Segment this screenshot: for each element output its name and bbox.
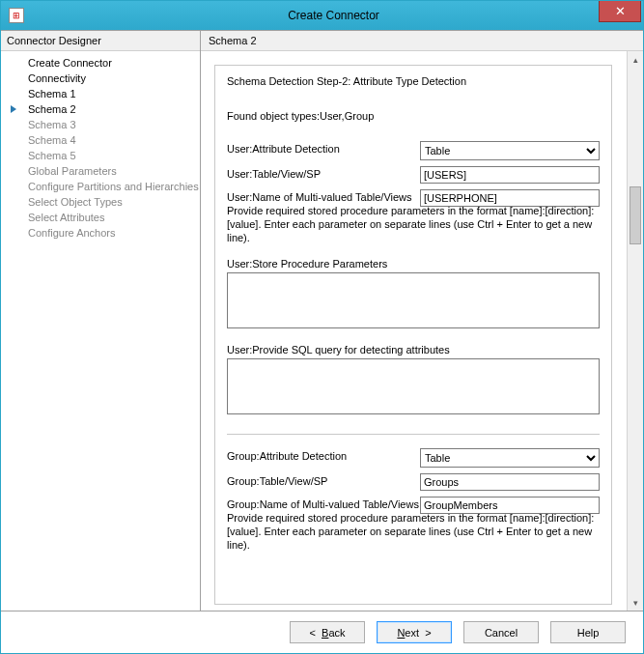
nav-item-select-attributes[interactable]: Select Attributes — [1, 210, 200, 225]
user-sp-params-label: User:Store Procedure Parameters — [227, 258, 600, 270]
nav-item-global-parameters[interactable]: Global Parameters — [1, 163, 200, 179]
user-sql-textarea[interactable] — [227, 358, 600, 414]
separator — [227, 434, 600, 435]
app-icon: ⊞ — [9, 8, 24, 23]
user-attr-detection-select[interactable]: Table — [420, 141, 600, 160]
content: Schema Detection Step-2: Attribute Type … — [201, 51, 626, 611]
user-mv-label: User:Name of Multi-valued Table/Views — [227, 189, 420, 203]
main-panel: Schema 2 Schema Detection Step-2: Attrib… — [201, 31, 643, 611]
group-tvs-label: Group:Table/View/SP — [227, 473, 420, 487]
help-button[interactable]: Help — [550, 621, 626, 643]
nav-item-schema-2[interactable]: Schema 2 — [1, 101, 200, 117]
nav-item-configure-partitions[interactable]: Configure Partitions and Hierarchies — [1, 179, 200, 194]
main-header: Schema 2 — [201, 31, 643, 51]
cancel-button[interactable]: Cancel — [463, 621, 539, 643]
close-button[interactable]: ✕ — [599, 1, 641, 22]
back-button[interactable]: < Back — [290, 621, 365, 643]
nav-item-schema-3[interactable]: Schema 3 — [1, 117, 200, 132]
nav-item-create-connector[interactable]: Create Connector — [1, 55, 200, 71]
nav-item-connectivity[interactable]: Connectivity — [1, 71, 200, 86]
group-tvs-input[interactable] — [420, 473, 600, 491]
user-tvs-input[interactable] — [420, 166, 600, 184]
nav-item-schema-4[interactable]: Schema 4 — [1, 132, 200, 148]
sidebar: Connector Designer Create Connector Conn… — [1, 31, 201, 611]
group-attr-detection-label: Group:Attribute Detection — [227, 448, 420, 462]
form-group: Schema Detection Step-2: Attribute Type … — [214, 65, 612, 605]
sidebar-header: Connector Designer — [1, 31, 200, 51]
user-hint: Provide required stored procedure parame… — [227, 205, 600, 244]
nav-item-configure-anchors[interactable]: Configure Anchors — [1, 225, 200, 241]
dialog-body: Connector Designer Create Connector Conn… — [1, 30, 643, 611]
user-sql-label: User:Provide SQL query for detecting att… — [227, 344, 600, 355]
group-attr-detection-select[interactable]: Table — [420, 448, 600, 468]
next-button[interactable]: Next > — [377, 621, 452, 643]
window: ⊞ Create Connector ✕ Connector Designer … — [0, 0, 644, 654]
found-object-types: Found object types:User,Group — [227, 110, 600, 122]
nav-item-schema-5[interactable]: Schema 5 — [1, 148, 200, 163]
close-icon: ✕ — [615, 4, 626, 18]
group-hint: Provide required stored procedure parame… — [227, 512, 600, 552]
scroll-up-icon[interactable]: ▴ — [628, 51, 643, 68]
nav-item-schema-1[interactable]: Schema 1 — [1, 86, 200, 101]
content-scroll-area: Schema Detection Step-2: Attribute Type … — [201, 51, 643, 611]
nav-item-select-object-types[interactable]: Select Object Types — [1, 194, 200, 210]
group-mv-label: Group:Name of Multi-valued Table/Views — [227, 497, 420, 510]
user-tvs-label: User:Table/View/SP — [227, 166, 420, 180]
user-attr-detection-label: User:Attribute Detection — [227, 141, 420, 155]
scroll-down-icon[interactable]: ▾ — [628, 594, 643, 611]
window-title: Create Connector — [24, 9, 643, 22]
footer: < Back Next > Cancel Help — [1, 611, 643, 653]
nav-list: Create Connector Connectivity Schema 1 S… — [1, 51, 200, 244]
vertical-scrollbar[interactable]: ▴ ▾ — [627, 51, 643, 611]
titlebar: ⊞ Create Connector ✕ — [1, 1, 643, 30]
step-title: Schema Detection Step-2: Attribute Type … — [227, 75, 600, 87]
scroll-thumb[interactable] — [630, 186, 641, 244]
user-sp-params-textarea[interactable] — [227, 272, 600, 328]
